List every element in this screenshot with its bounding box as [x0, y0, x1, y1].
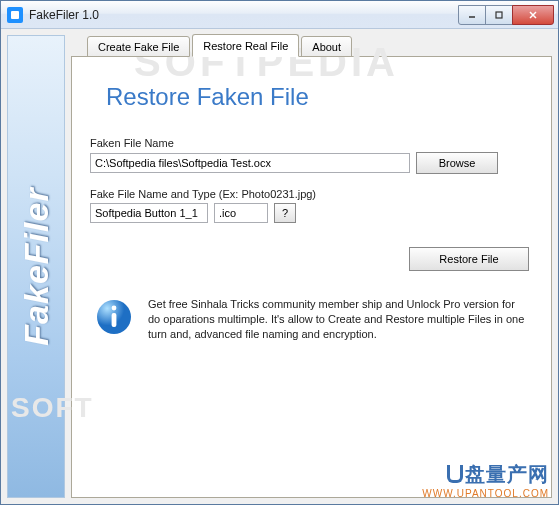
- window-controls: [459, 5, 554, 25]
- app-window: FakeFiler 1.0 SOFTPEDIA FakeFiler Create…: [0, 0, 559, 505]
- tab-create-fake-file[interactable]: Create Fake File: [87, 36, 190, 57]
- tab-about[interactable]: About: [301, 36, 352, 57]
- window-title: FakeFiler 1.0: [29, 8, 459, 22]
- fake-file-label: Fake File Name and Type (Ex: Photo0231.j…: [90, 188, 533, 200]
- svg-rect-1: [496, 12, 502, 18]
- restore-row: Restore File: [90, 247, 529, 271]
- tab-panel-restore: Restore Faken File Faken File Name Brows…: [71, 56, 552, 498]
- faken-file-row: Browse: [90, 152, 533, 174]
- close-button[interactable]: [512, 5, 554, 25]
- app-icon: [7, 7, 23, 23]
- minimize-button[interactable]: [458, 5, 486, 25]
- info-text: Get free Sinhala Tricks community member…: [148, 297, 529, 342]
- maximize-button[interactable]: [485, 5, 513, 25]
- sidebar-brand-text: FakeFiler: [17, 187, 56, 345]
- fake-file-row: ?: [90, 203, 533, 223]
- info-box: Get free Sinhala Tricks community member…: [90, 291, 533, 348]
- client-area: FakeFiler Create Fake File Restore Real …: [1, 29, 558, 504]
- sidebar-brand-panel: FakeFiler: [7, 35, 65, 498]
- page-title: Restore Faken File: [106, 83, 533, 111]
- browse-button[interactable]: Browse: [416, 152, 498, 174]
- faken-file-path-input[interactable]: [90, 153, 410, 173]
- restore-file-button[interactable]: Restore File: [409, 247, 529, 271]
- svg-point-5: [112, 306, 117, 311]
- help-button[interactable]: ?: [274, 203, 296, 223]
- tab-restore-real-file[interactable]: Restore Real File: [192, 34, 299, 57]
- tab-strip: Create Fake File Restore Real File About: [71, 36, 552, 57]
- info-icon: [94, 297, 134, 337]
- fake-file-ext-input[interactable]: [214, 203, 268, 223]
- titlebar[interactable]: FakeFiler 1.0: [1, 1, 558, 29]
- main-area: Create Fake File Restore Real File About…: [71, 35, 552, 498]
- fake-file-name-input[interactable]: [90, 203, 208, 223]
- svg-rect-6: [112, 313, 117, 327]
- faken-file-label: Faken File Name: [90, 137, 533, 149]
